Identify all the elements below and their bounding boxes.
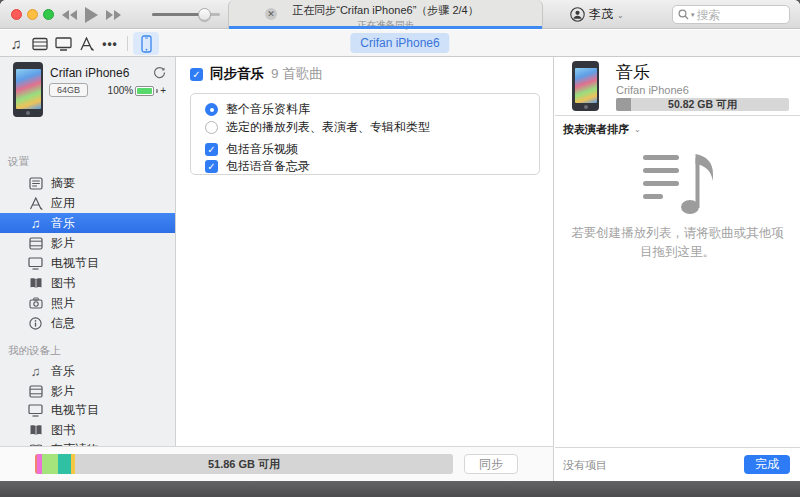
tv-icon: [28, 404, 43, 417]
sidebar-item-apps[interactable]: 应用: [0, 193, 175, 213]
playlist-drop-hint: 若要创建播放列表，请将歌曲或其他项目拖到这里。: [569, 224, 787, 263]
books-icon: [28, 424, 43, 436]
sidebar-item-device-books[interactable]: 图书: [0, 421, 175, 441]
info-icon: [28, 317, 43, 330]
item-count-status: 没有项目: [563, 448, 607, 481]
rewind-icon[interactable]: [60, 9, 78, 21]
sidebar-item-movies[interactable]: 影片: [0, 233, 175, 253]
checkbox-checked-icon[interactable]: ✓: [205, 143, 218, 156]
titlebar: ✕ 正在同步“Crifan iPhone6”（步骤 2/4） 正在准备同步 李茂…: [0, 0, 800, 29]
panel-title: 音乐: [616, 61, 650, 84]
movies-icon: [28, 385, 43, 398]
media-nav: ♫ ••• Crifan iPhone6: [0, 30, 800, 57]
radio-selected-icon[interactable]: [205, 103, 218, 116]
sync-music-title: 同步音乐: [210, 65, 264, 83]
iphone-photo: [572, 61, 599, 111]
itunes-window: ✕ 正在同步“Crifan iPhone6”（步骤 2/4） 正在准备同步 李茂…: [0, 0, 800, 481]
sidebar-item-books[interactable]: 图书: [0, 273, 175, 293]
chevron-down-icon: ⌄: [634, 125, 641, 134]
music-icon: ♫: [28, 216, 43, 231]
sync-button[interactable]: 同步: [464, 454, 518, 474]
search-field[interactable]: ▾: [672, 5, 790, 24]
sync-music-header: ✓ 同步音乐 9 首歌曲: [190, 65, 323, 83]
playback-controls: [60, 0, 123, 29]
device-capacity-badge: 64GB: [49, 83, 88, 97]
option-entire-library[interactable]: 整个音乐资料库: [205, 101, 310, 118]
user-icon: [570, 7, 585, 22]
sync-music-song-count: 9 首歌曲: [271, 65, 323, 83]
more-icon[interactable]: •••: [98, 30, 122, 57]
play-icon[interactable]: [84, 7, 99, 23]
sync-icon: [153, 66, 166, 79]
sidebar: Crifan iPhone6 64GB 100% + 设置 摘要: [0, 57, 176, 446]
search-input[interactable]: [697, 8, 777, 22]
iphone-device-button[interactable]: [133, 32, 159, 55]
fast-forward-icon[interactable]: [105, 9, 123, 21]
sidebar-item-photos[interactable]: 照片: [0, 293, 175, 313]
tv-icon[interactable]: [53, 30, 73, 57]
selected-device-pill[interactable]: Crifan iPhone6: [350, 33, 449, 53]
movies-icon: [28, 237, 43, 250]
toolbar-divider: [127, 36, 128, 51]
books-icon: [28, 277, 43, 289]
account-menu[interactable]: 李茂 ⌄: [570, 0, 624, 29]
sidebar-item-summary[interactable]: 摘要: [0, 173, 175, 193]
radio-unselected-icon[interactable]: [205, 121, 218, 134]
desktop-background-strip: [0, 481, 800, 497]
music-icon: ♫: [28, 364, 43, 379]
device-header: Crifan iPhone6 64GB 100% +: [0, 57, 175, 117]
music-side-panel: 音乐 Crifan iPhone6 50.82 GB 可用 按表演者排序 ⌄: [555, 57, 800, 481]
movies-icon[interactable]: [30, 30, 50, 57]
panel-capacity-free-label: 50.82 GB 可用: [616, 98, 789, 111]
music-icon[interactable]: ♫: [6, 30, 26, 57]
panel-footer: 没有项目 完成: [555, 447, 800, 481]
photos-icon: [28, 297, 43, 309]
sidebar-item-device-movies[interactable]: 影片: [0, 382, 175, 402]
music-note-placeholder-icon: [641, 150, 715, 216]
capacity-free-label: 51.86 GB 可用: [35, 454, 453, 474]
iphone-photo: [13, 62, 43, 117]
zoom-traffic-light[interactable]: [43, 9, 54, 20]
option-include-voice-memos[interactable]: ✓ 包括语音备忘录: [205, 158, 310, 175]
sidebar-item-music[interactable]: ♫ 音乐: [0, 213, 175, 233]
battery-icon: [135, 86, 154, 96]
battery-percent: 100%: [108, 85, 134, 96]
screen: ✕ 正在同步“Crifan iPhone6”（步骤 2/4） 正在准备同步 李茂…: [0, 0, 800, 497]
battery-status: 100% +: [108, 85, 166, 96]
panel-device-name: Crifan iPhone6: [616, 84, 689, 96]
minimize-traffic-light[interactable]: [27, 9, 38, 20]
sync-music-checkbox[interactable]: ✓: [190, 68, 203, 81]
option-include-music-videos[interactable]: ✓ 包括音乐视频: [205, 141, 298, 158]
checkbox-checked-icon[interactable]: ✓: [205, 160, 218, 173]
sidebar-item-info[interactable]: 信息: [0, 313, 175, 333]
done-button[interactable]: 完成: [744, 455, 790, 474]
sync-music-pane: ✓ 同步音乐 9 首歌曲 整个音乐资料库 选定的播放列表、表演者、专辑和类型 ✓…: [177, 57, 554, 446]
sidebar-section-settings: 设置: [0, 155, 175, 169]
search-icon: [678, 9, 689, 20]
iphone-icon: [141, 35, 152, 53]
close-traffic-light[interactable]: [11, 9, 22, 20]
battery-charging-plus: +: [160, 85, 166, 96]
summary-icon: [28, 177, 43, 190]
cancel-sync-icon[interactable]: ✕: [265, 8, 277, 20]
music-panel-header: 音乐 Crifan iPhone6 50.82 GB 可用: [555, 57, 800, 116]
device-name: Crifan iPhone6: [50, 66, 129, 80]
sidebar-item-tv[interactable]: 电视节目: [0, 253, 175, 273]
sidebar-item-device-music[interactable]: ♫ 音乐: [0, 362, 175, 382]
sidebar-item-device-tv[interactable]: 电视节目: [0, 401, 175, 421]
volume-slider-knob[interactable]: [198, 8, 211, 21]
account-name: 李茂: [589, 6, 613, 23]
option-selected-playlists[interactable]: 选定的播放列表、表演者、专辑和类型: [205, 119, 430, 136]
sync-progress-bar: [229, 26, 542, 29]
status-lcd: ✕ 正在同步“Crifan iPhone6”（步骤 2/4） 正在准备同步: [228, 0, 543, 29]
tv-icon: [28, 257, 43, 270]
apps-icon: [28, 197, 43, 210]
sidebar-section-on-device: 我的设备上: [0, 344, 175, 358]
chevron-down-icon: ⌄: [617, 11, 624, 20]
capacity-bottom-bar: 51.86 GB 可用 同步: [0, 446, 554, 481]
sort-by-artist-control[interactable]: 按表演者排序 ⌄: [563, 122, 641, 137]
sidebar-settings-list: 摘要 应用 ♫ 音乐 影片 电视节目: [0, 173, 175, 333]
search-scope-chevron-icon[interactable]: ▾: [691, 11, 695, 19]
appstore-icon[interactable]: [76, 30, 96, 57]
